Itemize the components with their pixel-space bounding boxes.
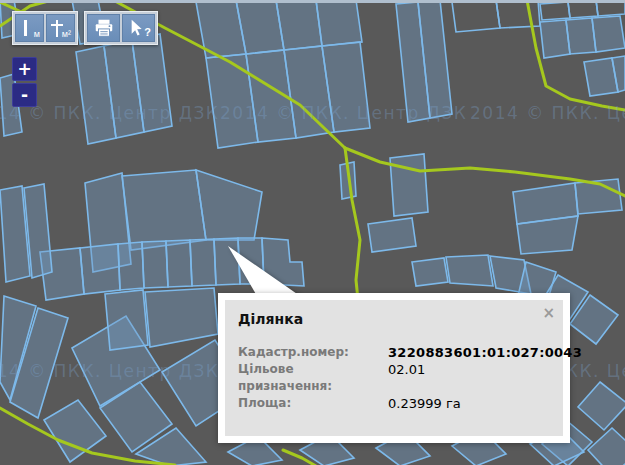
ruler-icon	[24, 20, 27, 36]
parcel-polygon[interactable]	[412, 258, 448, 286]
zoom-in-button[interactable]: +	[12, 57, 37, 81]
measure-toolbar: м м²	[12, 11, 78, 45]
parcel-polygon[interactable]	[588, 428, 625, 465]
parcel-polygon[interactable]	[276, 0, 322, 50]
popup-fields: Кадастр.номер: 3220883601:01:027:0043 Ці…	[238, 344, 550, 412]
parcel-polygon[interactable]	[118, 242, 144, 290]
printer-icon	[93, 17, 115, 39]
help-question-label: ?	[144, 26, 151, 38]
parcel-polygon[interactable]	[592, 16, 625, 52]
parcel-polygon[interactable]	[80, 244, 120, 294]
field-row-designation: Цільове призначення: 02.01	[238, 361, 550, 395]
parcel-polygon[interactable]	[122, 170, 206, 250]
parcel-polygon[interactable]	[452, 0, 500, 32]
measure-length-button[interactable]: м	[15, 14, 44, 42]
close-icon[interactable]: ×	[542, 306, 555, 320]
identify-button[interactable]: ?	[122, 14, 155, 42]
actions-toolbar: ?	[84, 11, 158, 45]
parcel-polygon[interactable]	[496, 0, 540, 28]
field-label: Цільове призначення:	[238, 361, 388, 395]
parcel-polygon[interactable]	[142, 241, 168, 288]
field-row-cadastral-number: Кадастр.номер: 3220883601:01:027:0043	[238, 344, 550, 361]
zoom-out-button[interactable]: -	[12, 83, 37, 107]
parcel-polygon[interactable]	[105, 290, 148, 350]
measure-length-unit-label: м	[34, 30, 40, 39]
parcel-polygon[interactable]	[316, 0, 362, 46]
parcel-info-popup: Ділянка × Кадастр.номер: 3220883601:01:0…	[218, 293, 570, 443]
print-button[interactable]	[87, 14, 120, 42]
area-value: 0.23999 га	[388, 395, 461, 412]
map-top-border	[0, 0, 625, 3]
measure-area-button[interactable]: м²	[46, 14, 75, 42]
parcel-polygon[interactable]	[145, 288, 218, 347]
parcel-polygon[interactable]	[578, 382, 625, 430]
popup-callout-tail	[210, 238, 310, 298]
parcel-polygon[interactable]	[390, 154, 428, 216]
parcel-polygon[interactable]	[540, 20, 570, 58]
parcel-polygon[interactable]	[540, 2, 570, 20]
popup-title: Ділянка	[238, 311, 550, 327]
cursor-arrow-icon	[125, 18, 145, 38]
parcel-polygon[interactable]	[368, 218, 416, 252]
parcel-polygon[interactable]	[446, 255, 493, 286]
parcel-polygon[interactable]	[566, 18, 596, 54]
field-label: Кадастр.номер:	[238, 344, 388, 361]
parcel-polygon[interactable]	[166, 240, 192, 287]
map-viewer: 2014 © ПКК. Центр ДЗК2014 © ПКК. Центр Д…	[0, 0, 625, 465]
measure-area-unit-label: м²	[62, 30, 71, 39]
field-row-area: Площа: 0.23999 га	[238, 395, 550, 412]
parcel-polygon[interactable]	[196, 170, 262, 240]
zoom-controls: + -	[12, 57, 37, 107]
designation-value: 02.01	[388, 361, 425, 395]
field-label: Площа:	[238, 395, 388, 412]
cadastral-number-value: 3220883601:01:027:0043	[388, 344, 582, 361]
popup-body: Ділянка × Кадастр.номер: 3220883601:01:0…	[225, 300, 563, 436]
